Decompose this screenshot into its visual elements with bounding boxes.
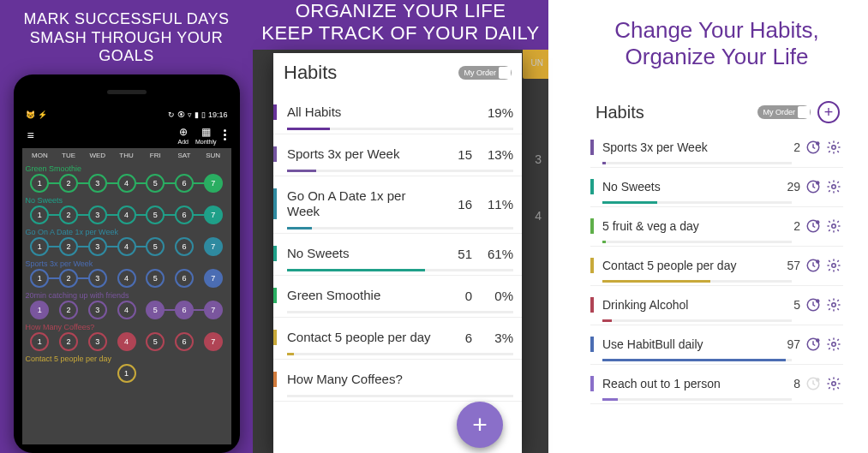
day-cell[interactable]: 3	[83, 269, 112, 288]
reminder-icon[interactable]	[805, 258, 821, 273]
day-cell[interactable]: 6	[170, 174, 199, 193]
gear-icon[interactable]	[826, 258, 841, 273]
day-cell[interactable]: 1	[26, 301, 55, 319]
day-cell[interactable]: 5	[141, 269, 170, 288]
day-cell[interactable]: 1	[26, 269, 55, 288]
day-cell[interactable]: 6	[170, 206, 199, 224]
progress-track	[287, 227, 513, 229]
day-number: 1	[38, 337, 42, 346]
progress-track	[602, 280, 792, 283]
status-right-icons: ↻ ⦿ ▿ ▮ ▯ 19:16	[168, 110, 228, 119]
gear-icon[interactable]	[826, 376, 841, 391]
day-cell[interactable]: 2	[54, 332, 83, 351]
order-label: My Order	[763, 108, 795, 116]
day-cell[interactable]: 3	[83, 237, 112, 256]
day-cell[interactable]: 4	[112, 301, 141, 319]
habit-count: 51	[441, 247, 472, 261]
day-cell[interactable]: 2	[54, 174, 83, 193]
day-cell[interactable]: 1	[26, 332, 55, 351]
habit-count: 2	[776, 140, 800, 154]
reminder-icon[interactable]	[805, 140, 821, 155]
gear-icon[interactable]	[826, 218, 841, 234]
day-cell[interactable]: 2	[54, 301, 83, 319]
day-cell[interactable]: 4	[112, 237, 141, 256]
reminder-icon[interactable]	[805, 218, 821, 234]
day-cell[interactable]: 6	[170, 301, 199, 319]
menu-icon[interactable]: ≡	[27, 128, 34, 142]
day-cell[interactable]: 7	[199, 269, 228, 288]
day-cell[interactable]: 2	[54, 237, 83, 256]
add-button[interactable]: ⊕ Add	[178, 126, 189, 145]
day-cell[interactable]: 6	[170, 269, 199, 288]
stat-row[interactable]: How Many Coffees?	[273, 360, 522, 402]
habit-row[interactable]: Reach out to 1 person8	[590, 365, 843, 404]
fab-add-button[interactable]: +	[457, 402, 503, 448]
day-number: 1	[38, 179, 42, 188]
add-habit-button[interactable]: +	[817, 101, 840, 123]
day-cell[interactable]: 5	[141, 332, 170, 351]
reminder-icon[interactable]	[805, 376, 821, 391]
cat-icon: 😺	[26, 110, 35, 119]
reminder-icon[interactable]	[805, 297, 821, 313]
day-cell[interactable]: 6	[170, 332, 199, 351]
day-cell[interactable]: 4	[112, 269, 141, 288]
day-cell[interactable]: 5	[141, 206, 170, 224]
toolbar: ≡ ⊕ Add ▦ Monthly	[22, 122, 231, 148]
stat-row[interactable]: Go On A Date 1x per Week1611%	[273, 176, 522, 234]
habit-row[interactable]: Contact 5 people per day57	[590, 247, 843, 286]
reminder-icon[interactable]	[805, 179, 821, 194]
habit-title: Go On A Date 1x per Week	[26, 228, 228, 236]
habit-row[interactable]: No Sweets29	[590, 168, 843, 207]
order-toggle[interactable]: My Order	[458, 66, 512, 80]
day-cell[interactable]: 7	[199, 237, 228, 256]
habit-row[interactable]: Sports 3x per Week2	[590, 128, 843, 168]
day-cell[interactable]: 7	[199, 332, 228, 351]
day-cell[interactable]: 7	[199, 206, 228, 224]
color-bar	[273, 104, 277, 120]
day-cell[interactable]: 4	[112, 206, 141, 224]
day-cell[interactable]: 3	[83, 206, 112, 224]
monthly-button[interactable]: ▦ Monthly	[195, 126, 217, 145]
day-number: 5	[153, 179, 158, 188]
gear-icon[interactable]	[826, 179, 841, 194]
day-cell[interactable]: 3	[83, 332, 112, 351]
heading-line2: SMASH THROUGH YOUR GOALS	[7, 29, 246, 66]
day-cell[interactable]: 1	[26, 206, 55, 224]
day-cell[interactable]: 5	[141, 301, 170, 319]
habit-row[interactable]: 5 fruit & veg a day2	[590, 207, 843, 247]
day-cell[interactable]: 5	[141, 174, 170, 193]
day-cell[interactable]: 2	[54, 206, 83, 224]
habit-days-row: 1234567	[26, 174, 228, 193]
habit-count: 97	[776, 337, 800, 351]
bg-label: UN	[531, 58, 543, 68]
stat-row[interactable]: All Habits19%	[273, 92, 522, 134]
day-cell[interactable]: 2	[54, 269, 83, 288]
stat-row[interactable]: Contact 5 people per day63%	[273, 318, 522, 360]
gear-icon[interactable]	[826, 140, 841, 155]
day-cell[interactable]: 3	[83, 174, 112, 193]
reminder-icon[interactable]	[805, 337, 821, 352]
habit-percent: 11%	[472, 197, 513, 212]
overflow-menu-icon[interactable]	[224, 129, 226, 140]
habit-row[interactable]: Use HabitBull daily97	[590, 325, 843, 365]
habit-row[interactable]: Drinking Alcohol5	[590, 286, 843, 325]
day-number: 4	[124, 274, 129, 283]
day-cell[interactable]: 4	[112, 332, 141, 351]
gear-icon[interactable]	[826, 297, 841, 313]
gear-icon[interactable]	[826, 337, 841, 352]
day-cell[interactable]: 1	[26, 174, 55, 193]
day-cell[interactable]: 3	[83, 301, 112, 319]
day-cell[interactable]: 1	[26, 237, 55, 256]
stat-row[interactable]: No Sweets5161%	[273, 234, 522, 276]
stat-row[interactable]: Green Smoothie00%	[273, 276, 522, 318]
day-cell[interactable]: 5	[141, 237, 170, 256]
day-cell[interactable]: 1	[26, 364, 228, 383]
day-cell[interactable]: 7	[199, 174, 228, 193]
order-toggle[interactable]: My Order	[757, 105, 811, 119]
day-number: 1	[38, 242, 42, 251]
day-cell[interactable]: 6	[170, 237, 199, 256]
day-cell[interactable]: 7	[199, 301, 228, 319]
day-cell[interactable]: 4	[112, 174, 141, 193]
stat-row[interactable]: Sports 3x per Week1513%	[273, 134, 522, 176]
habit-count: 2	[776, 219, 800, 233]
